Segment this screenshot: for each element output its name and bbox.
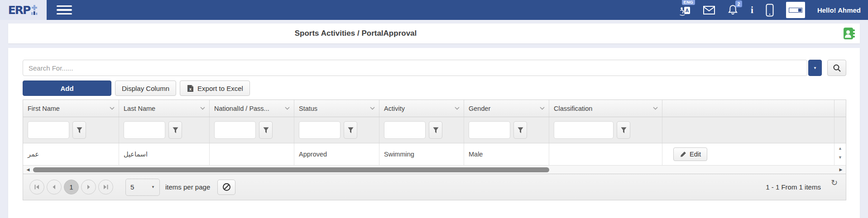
- logo-chart-icon: [31, 5, 38, 15]
- cell-gender: Male: [464, 143, 549, 165]
- next-page-button[interactable]: [81, 180, 96, 194]
- language-badge: ENG: [682, 0, 695, 5]
- column-header-last-name[interactable]: Last Name: [119, 100, 210, 117]
- filter-button-activity[interactable]: [429, 121, 442, 139]
- search-icon: [833, 64, 841, 72]
- grid-corner: [834, 100, 846, 117]
- filter-button-gender[interactable]: [513, 121, 527, 139]
- scroll-right-icon[interactable]: ▶: [838, 168, 844, 172]
- last-page-icon: [103, 185, 108, 190]
- items-summary: 1 - 1 From 1 items: [766, 183, 821, 191]
- filter-input-national-id[interactable]: [214, 121, 256, 139]
- chevron-down-icon[interactable]: [370, 107, 375, 110]
- chevron-down-icon[interactable]: [540, 107, 545, 110]
- contact-book-icon[interactable]: [842, 27, 856, 42]
- notifications-bell-icon[interactable]: 2: [727, 4, 739, 16]
- filter-input-first-name[interactable]: [28, 121, 69, 139]
- filter-input-activity[interactable]: [384, 121, 426, 139]
- refresh-icon[interactable]: ↻: [831, 178, 838, 188]
- edit-button[interactable]: Edit: [673, 147, 707, 161]
- export-to-excel-button[interactable]: x Export to Excel: [180, 81, 250, 96]
- grid-filter-corner: [834, 117, 846, 143]
- cancel-filter-button[interactable]: [217, 180, 235, 195]
- column-header-activity[interactable]: Activity: [379, 100, 464, 117]
- column-header-classification[interactable]: Classification: [549, 100, 662, 117]
- cell-actions: Edit: [662, 143, 834, 165]
- previous-page-button[interactable]: [47, 180, 62, 194]
- menu-hamburger-icon[interactable]: [57, 5, 72, 15]
- first-page-icon: [34, 185, 39, 190]
- language-switch-icon[interactable]: ENG A: [679, 4, 691, 16]
- search-input[interactable]: [23, 60, 807, 76]
- mail-icon[interactable]: [703, 6, 715, 14]
- notification-count-badge: 2: [735, 0, 742, 7]
- chevron-down-icon[interactable]: [455, 107, 460, 110]
- last-page-button[interactable]: [98, 180, 113, 194]
- filter-input-last-name[interactable]: [124, 121, 165, 139]
- scroll-up-icon[interactable]: ▲: [838, 147, 842, 151]
- column-header-actions: [662, 100, 834, 117]
- column-header-gender[interactable]: Gender: [464, 100, 549, 117]
- page-size-select[interactable]: 5 ▼: [125, 179, 160, 196]
- cell-last-name: اسماعيل: [119, 143, 210, 165]
- column-header-national-id[interactable]: NationalId / Pass...: [210, 100, 294, 117]
- toolbar: Add Display Column x Export to Excel: [23, 81, 846, 96]
- pagination-bar: 1 5 ▼ items per page: [23, 174, 846, 200]
- first-page-button[interactable]: [29, 180, 44, 194]
- filter-input-classification[interactable]: [554, 121, 614, 139]
- chevron-down-icon[interactable]: [653, 107, 658, 110]
- filter-input-gender[interactable]: [469, 121, 510, 139]
- funnel-icon: [348, 127, 354, 133]
- chevron-down-icon[interactable]: [200, 107, 205, 110]
- cell-classification: [549, 143, 662, 165]
- scroll-left-icon[interactable]: ◀: [25, 168, 31, 172]
- display-column-button[interactable]: Display Column: [115, 81, 176, 96]
- user-avatar[interactable]: [786, 2, 805, 18]
- current-page-button[interactable]: 1: [64, 180, 79, 194]
- column-header-first-name[interactable]: First Name: [23, 100, 119, 117]
- avatar-company-logo: [789, 8, 802, 13]
- svg-text:x: x: [189, 87, 192, 91]
- items-per-page-label: items per page: [165, 183, 210, 191]
- data-grid: First Name Last Name NationalId / Pass..…: [23, 100, 846, 200]
- search-options-dropdown[interactable]: ▼: [808, 60, 822, 76]
- next-page-icon: [86, 185, 91, 190]
- search-button[interactable]: [827, 60, 846, 76]
- scrollbar-thumb[interactable]: [33, 167, 549, 172]
- chevron-down-icon[interactable]: [110, 107, 115, 110]
- filter-button-classification[interactable]: [617, 121, 630, 139]
- info-icon[interactable]: i: [751, 5, 753, 15]
- funnel-icon: [433, 127, 439, 133]
- scroll-down-icon[interactable]: ▼: [838, 156, 842, 160]
- column-header-status[interactable]: Status: [294, 100, 379, 117]
- top-navbar: ERP ENG A: [0, 0, 868, 20]
- filter-button-first-name[interactable]: [72, 121, 86, 139]
- filter-input-status[interactable]: [299, 121, 340, 139]
- cell-first-name: عمر: [23, 143, 119, 165]
- grid-filter-row: [23, 117, 846, 143]
- caret-down-icon: ▼: [813, 66, 817, 70]
- filter-button-status[interactable]: [344, 121, 357, 139]
- add-button[interactable]: Add: [23, 81, 111, 96]
- caret-down-icon: ▼: [151, 185, 155, 189]
- chevron-down-icon[interactable]: [285, 107, 290, 110]
- mobile-app-icon[interactable]: [766, 4, 774, 17]
- funnel-icon: [621, 127, 627, 133]
- scrollbar-track[interactable]: [31, 167, 838, 173]
- app-logo[interactable]: ERP: [0, 0, 47, 20]
- main-card: ▼ Add Display Column x Export to Excel: [8, 48, 860, 218]
- filter-button-last-name[interactable]: [168, 121, 182, 139]
- grid-header-row: First Name Last Name NationalId / Pass..…: [23, 100, 846, 117]
- horizontal-scrollbar[interactable]: ◀ ▶: [23, 165, 846, 174]
- filter-button-national-id[interactable]: [259, 121, 273, 139]
- svg-text:A: A: [686, 8, 689, 13]
- page-title: Sports Activities / PortalApproval: [8, 29, 703, 38]
- logo-text: ERP: [8, 4, 30, 17]
- translate-icon: A: [679, 4, 691, 16]
- vertical-scrollbar[interactable]: ▲ ▼: [834, 143, 846, 165]
- user-greeting[interactable]: Hello! Ahmed: [817, 6, 861, 14]
- navbar-main: ENG A 2: [47, 0, 868, 20]
- pencil-icon: [680, 151, 686, 158]
- funnel-icon: [518, 127, 523, 133]
- excel-icon: x: [187, 85, 194, 92]
